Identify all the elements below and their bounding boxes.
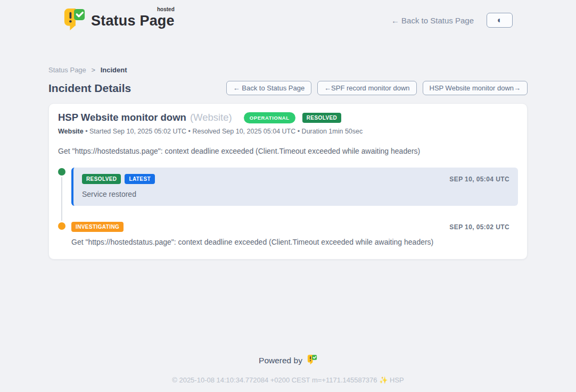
- timeline-entry-header: RESOLVED LATEST SEP 10, 05:04 UTC: [82, 174, 509, 184]
- previous-incident-button[interactable]: ←SPF record monitor down: [317, 81, 416, 95]
- timeline-entry-badges: RESOLVED LATEST: [82, 174, 155, 184]
- latest-badge: LATEST: [125, 174, 155, 184]
- brand-logo[interactable]: Status Page hosted: [63, 7, 175, 33]
- incident-description: Get "https://hostedstatus.page": context…: [58, 147, 518, 155]
- investigating-badge: INVESTIGATING: [71, 222, 124, 232]
- incident-meta: Website • Started Sep 10, 2025 05:02 UTC…: [58, 128, 518, 135]
- timeline-entry-highlight-box: RESOLVED LATEST SEP 10, 05:04 UTC Servic…: [71, 168, 518, 206]
- incident-nav-buttons: ← Back to Status Page ←SPF record monito…: [226, 81, 528, 95]
- timeline-entry-timestamp: SEP 10, 05:04 UTC: [449, 176, 509, 183]
- statuspage-logo-icon: [63, 7, 86, 33]
- powered-by: Powered by: [259, 354, 317, 367]
- header: Status Page hosted ← Back to Status Page…: [63, 0, 513, 33]
- timeline-dot-green: [58, 168, 65, 176]
- next-incident-button[interactable]: HSP Website monitor down→: [423, 81, 528, 95]
- operational-status-badge: OPERATIONAL: [244, 112, 295, 123]
- breadcrumb-incident: Incident: [101, 66, 127, 74]
- breadcrumb-separator: >: [91, 66, 95, 74]
- timeline-entry-badges: INVESTIGATING: [71, 222, 124, 232]
- incident-monitor-name: Website: [58, 128, 84, 135]
- breadcrumb-status-page[interactable]: Status Page: [48, 66, 86, 74]
- incident-scope: (Website): [190, 112, 232, 123]
- theme-toggle-button[interactable]: ◐: [487, 13, 513, 28]
- incident-title-row: HSP Website monitor down (Website) OPERA…: [58, 112, 518, 123]
- timeline-entry-resolved: RESOLVED LATEST SEP 10, 05:04 UTC Servic…: [58, 168, 518, 206]
- timeline-entry-message: Get "https://hostedstatus.page": context…: [71, 238, 509, 246]
- timeline-entry-timestamp: SEP 10, 05:02 UTC: [449, 223, 509, 231]
- brand-name: Status Page: [91, 13, 175, 29]
- resolved-state-badge: RESOLVED: [302, 113, 341, 123]
- heading-row: Incident Details ← Back to Status Page ←…: [48, 81, 528, 95]
- statuspage-logo-icon-small[interactable]: [307, 354, 317, 367]
- header-back-link[interactable]: ← Back to Status Page: [391, 16, 474, 25]
- copyright-text: © 2025-10-08 14:10:34.772084 +0200 CEST …: [0, 376, 576, 384]
- footer: Powered by © 2025-10-08 14:10:34.772084 …: [0, 354, 576, 384]
- timeline-dot-orange: [58, 222, 65, 230]
- half-circle-theme-icon: ◐: [497, 16, 503, 24]
- brand-tag-hosted: hosted: [157, 6, 175, 12]
- timeline-entry-message: Service restored: [82, 190, 509, 198]
- incident-timeline: RESOLVED LATEST SEP 10, 05:04 UTC Servic…: [58, 168, 518, 246]
- resolved-badge: RESOLVED: [82, 174, 121, 184]
- timeline-entry-content: INVESTIGATING SEP 10, 05:02 UTC Get "htt…: [71, 222, 518, 246]
- incident-meta-details: • Started Sep 10, 2025 05:02 UTC • Resol…: [84, 128, 363, 135]
- page-title: Incident Details: [48, 82, 131, 95]
- incident-title: HSP Website monitor down: [58, 112, 186, 123]
- brand-text: Status Page hosted: [91, 7, 175, 29]
- timeline-entry-header: INVESTIGATING SEP 10, 05:02 UTC: [71, 222, 509, 232]
- powered-by-label: Powered by: [259, 356, 302, 365]
- back-to-status-page-button[interactable]: ← Back to Status Page: [226, 81, 311, 95]
- main-content: Status Page > Incident Incident Details …: [48, 66, 528, 260]
- timeline-entry-investigating: INVESTIGATING SEP 10, 05:02 UTC Get "htt…: [58, 222, 518, 246]
- breadcrumb: Status Page > Incident: [48, 66, 528, 74]
- incident-card: HSP Website monitor down (Website) OPERA…: [48, 103, 528, 260]
